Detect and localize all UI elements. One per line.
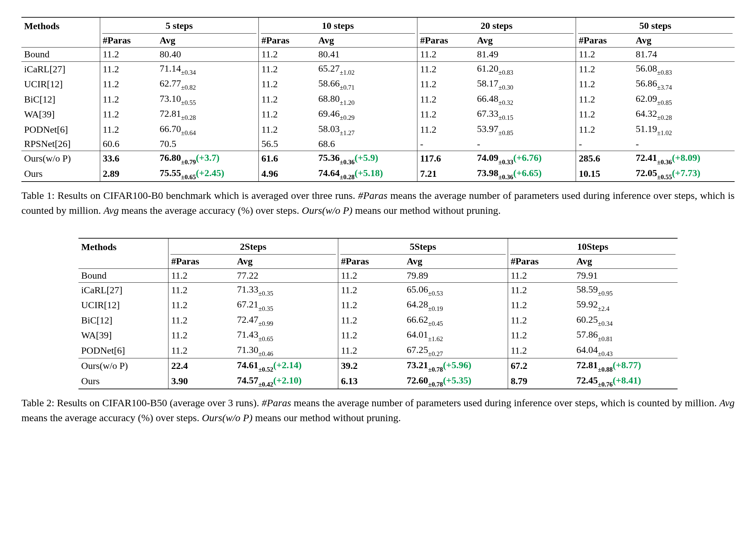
std-dev: ±0.82 [181, 84, 196, 91]
avg-cell: 53.97±0.85 [474, 122, 576, 137]
paras-header: #Paras [508, 255, 574, 268]
table-row: Ours(w/o P)33.676.80±0.79(+3.7)61.675.36… [21, 151, 735, 166]
header-5-steps: 5Steps [338, 239, 508, 254]
table-row: WA[39]11.271.43±0.6511.264.01±1.6211.257… [78, 328, 678, 343]
method-name: Ours [78, 374, 168, 389]
paras-cell: 11.2 [258, 48, 316, 61]
avg-cell: 79.89 [404, 269, 508, 283]
paras-cell: 11.2 [417, 48, 474, 61]
std-dev: ±1.20 [340, 99, 355, 106]
paras-cell: 6.13 [338, 374, 404, 389]
delta-improvement: (+2.45) [196, 168, 224, 178]
table-2-caption: Table 2: Results on CIFAR100-B50 (averag… [21, 395, 735, 425]
std-dev: ±0.55 [657, 173, 672, 181]
avg-cell: 71.33±0.35 [234, 283, 338, 298]
method-name: RPSNet[26] [21, 137, 100, 151]
avg-cell: 64.04±0.43 [574, 343, 678, 358]
paras-cell: 11.2 [100, 107, 157, 122]
avg-cell: 66.62±0.45 [404, 313, 508, 328]
paras-cell: 11.2 [576, 107, 633, 122]
paras-cell: 11.2 [168, 343, 234, 358]
avg-cell: 68.80±1.20 [316, 92, 417, 107]
std-dev: ±0.15 [499, 114, 514, 121]
avg-cell: 81.49 [474, 48, 576, 61]
paras-cell: - [417, 137, 474, 151]
std-dev: ±0.88 [598, 366, 613, 373]
table-row: PODNet[6]11.266.70±0.6411.258.03±1.2711.… [21, 122, 735, 137]
paras-cell: 11.2 [338, 343, 404, 358]
std-dev: ±0.81 [598, 335, 613, 342]
method-name: Ours(w/o P) [78, 358, 168, 373]
paras-cell: 11.2 [100, 62, 157, 77]
std-dev: ±0.76 [598, 381, 613, 388]
method-name: UCIR[12] [78, 298, 168, 313]
paras-cell: 2.89 [100, 166, 157, 181]
header-10-steps: 10 steps [258, 18, 417, 33]
std-dev: ±0.42 [258, 381, 273, 388]
avg-cell: 51.19±1.02 [633, 122, 735, 137]
paras-cell: 11.2 [258, 62, 316, 77]
avg-cell: 62.09±0.85 [633, 92, 735, 107]
std-dev: ±0.28 [181, 114, 196, 121]
avg-cell: 71.14±0.34 [157, 62, 258, 77]
delta-improvement: (+8.09) [672, 152, 701, 163]
caption-text: means our method without pruning. [253, 412, 401, 423]
std-dev: ±1.27 [340, 129, 355, 136]
avg-cell: 58.03±1.27 [316, 122, 417, 137]
avg-cell: 65.27±1.02 [316, 62, 417, 77]
paras-cell: 8.79 [508, 374, 574, 389]
method-name: PODNet[6] [21, 122, 100, 137]
paras-cell: 7.21 [417, 166, 474, 181]
delta-improvement: (+2.14) [273, 360, 302, 370]
std-dev: ±0.85 [657, 99, 672, 106]
avg-cell: 71.43±0.65 [234, 328, 338, 343]
avg-cell: 58.66±0.71 [316, 77, 417, 92]
method-name: BiC[12] [21, 92, 100, 107]
paras-cell: 11.2 [338, 269, 404, 283]
table-1: Methods 5 steps 10 steps 20 steps 50 ste… [21, 17, 735, 182]
avg-cell: 77.22 [234, 269, 338, 283]
std-dev: ±0.36 [340, 158, 355, 166]
std-dev: ±0.71 [340, 84, 355, 91]
std-dev: ±2.4 [598, 305, 609, 312]
paras-cell: 11.2 [258, 122, 316, 137]
paras-cell: 11.2 [576, 77, 633, 92]
paras-cell: 11.2 [168, 283, 234, 298]
delta-improvement: (+8.77) [613, 360, 641, 370]
table-1-header-row-2: #Paras Avg #Paras Avg #Paras Avg #Paras … [21, 34, 735, 48]
paras-cell: 11.2 [258, 92, 316, 107]
table-row: Ours2.8975.55±0.65(+2.45)4.9674.64±0.28(… [21, 166, 735, 181]
paras-cell: 11.2 [576, 122, 633, 137]
caption-text: means the average number of parameters u… [291, 397, 719, 408]
paras-cell: 61.6 [258, 151, 316, 166]
avg-cell: 67.25±0.27 [404, 343, 508, 358]
std-dev: ±0.65 [258, 335, 273, 342]
std-dev: ±3.74 [657, 84, 672, 91]
avg-cell: 74.57±0.42(+2.10) [234, 374, 338, 389]
paras-cell: 39.2 [338, 358, 404, 373]
method-name: WA[39] [78, 328, 168, 343]
table-row: UCIR[12]11.262.77±0.8211.258.66±0.7111.2… [21, 77, 735, 92]
paras-cell: 10.15 [576, 166, 633, 181]
std-dev: ±0.46 [258, 350, 273, 357]
paras-cell: 33.6 [100, 151, 157, 166]
avg-cell: 68.6 [316, 137, 417, 151]
paras-cell: 11.2 [508, 328, 574, 343]
delta-improvement: (+8.41) [613, 375, 641, 386]
std-dev: ±0.78 [428, 366, 443, 373]
delta-improvement: (+2.10) [273, 375, 302, 386]
avg-cell: 74.09±0.33(+6.76) [474, 151, 576, 166]
paras-cell: 11.2 [100, 92, 157, 107]
methods-header: Methods [21, 18, 100, 34]
paras-cell: - [576, 137, 633, 151]
paras-cell: 11.2 [417, 77, 474, 92]
std-dev: ±0.79 [181, 158, 196, 166]
std-dev: ±1.02 [340, 69, 355, 76]
std-dev: ±0.33 [499, 158, 514, 166]
table-row: Ours3.9074.57±0.42(+2.10)6.1372.60±0.78(… [78, 374, 678, 389]
paras-cell: 11.2 [100, 122, 157, 137]
table-row: PODNet[6]11.271.30±0.4611.267.25±0.2711.… [78, 343, 678, 358]
avg-cell: 74.61±0.52(+2.14) [234, 358, 338, 373]
std-dev: ±0.28 [657, 114, 672, 121]
avg-cell: 74.64±0.28(+5.18) [316, 166, 417, 181]
